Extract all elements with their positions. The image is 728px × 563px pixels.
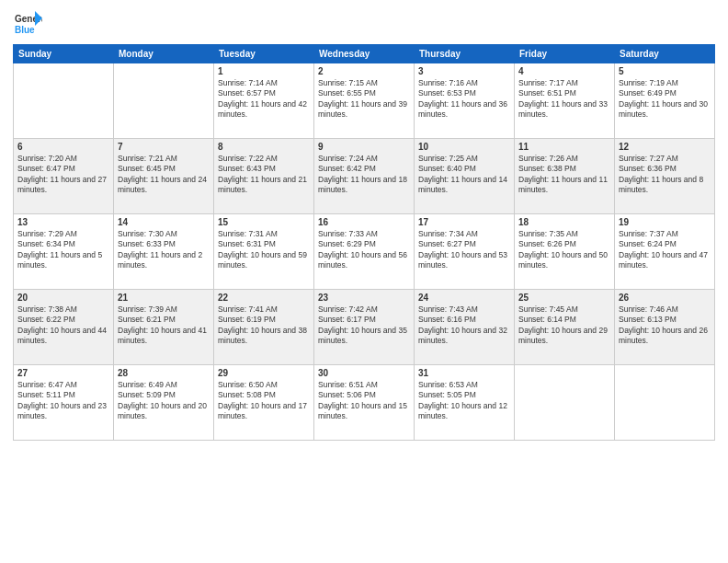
day-number: 15 xyxy=(218,217,310,227)
calendar-cell: 30Sunrise: 6:51 AM Sunset: 5:06 PM Dayli… xyxy=(314,365,415,441)
day-number: 30 xyxy=(318,368,410,378)
calendar-table: SundayMondayTuesdayWednesdayThursdayFrid… xyxy=(13,44,715,441)
day-info: Sunrise: 6:53 AM Sunset: 5:05 PM Dayligh… xyxy=(418,380,510,422)
calendar-cell xyxy=(114,63,214,139)
day-info: Sunrise: 7:29 AM Sunset: 6:34 PM Dayligh… xyxy=(17,229,109,271)
day-number: 27 xyxy=(17,368,109,378)
logo: General Blue xyxy=(13,9,42,39)
day-info: Sunrise: 7:26 AM Sunset: 6:38 PM Dayligh… xyxy=(518,154,610,196)
day-number: 12 xyxy=(619,142,711,152)
calendar-cell: 2Sunrise: 7:15 AM Sunset: 6:55 PM Daylig… xyxy=(314,63,415,139)
calendar-cell: 27Sunrise: 6:47 AM Sunset: 5:11 PM Dayli… xyxy=(14,365,114,441)
day-number: 24 xyxy=(418,293,510,303)
calendar-cell: 23Sunrise: 7:42 AM Sunset: 6:17 PM Dayli… xyxy=(314,290,415,365)
day-info: Sunrise: 7:31 AM Sunset: 6:31 PM Dayligh… xyxy=(218,229,310,271)
day-number: 21 xyxy=(118,293,210,303)
calendar-cell: 22Sunrise: 7:41 AM Sunset: 6:19 PM Dayli… xyxy=(214,290,314,365)
day-info: Sunrise: 6:51 AM Sunset: 5:06 PM Dayligh… xyxy=(318,380,410,422)
calendar-cell: 16Sunrise: 7:33 AM Sunset: 6:29 PM Dayli… xyxy=(314,214,415,290)
calendar-cell: 17Sunrise: 7:34 AM Sunset: 6:27 PM Dayli… xyxy=(415,214,515,290)
calendar-cell: 18Sunrise: 7:35 AM Sunset: 6:26 PM Dayli… xyxy=(515,214,615,290)
day-info: Sunrise: 7:16 AM Sunset: 6:53 PM Dayligh… xyxy=(418,78,510,121)
day-number: 1 xyxy=(218,66,310,76)
day-number: 6 xyxy=(17,142,109,152)
calendar-cell: 15Sunrise: 7:31 AM Sunset: 6:31 PM Dayli… xyxy=(214,214,314,290)
day-info: Sunrise: 7:42 AM Sunset: 6:17 PM Dayligh… xyxy=(318,304,410,347)
day-number: 10 xyxy=(418,142,510,152)
day-info: Sunrise: 7:41 AM Sunset: 6:19 PM Dayligh… xyxy=(218,304,310,347)
day-number: 5 xyxy=(619,66,711,76)
calendar-cell xyxy=(515,365,615,441)
weekday-header-saturday: Saturday xyxy=(615,45,715,63)
svg-text:Blue: Blue xyxy=(15,25,35,35)
calendar-cell: 29Sunrise: 6:50 AM Sunset: 5:08 PM Dayli… xyxy=(214,365,314,441)
day-info: Sunrise: 7:24 AM Sunset: 6:42 PM Dayligh… xyxy=(318,154,410,196)
day-number: 31 xyxy=(418,368,510,378)
day-info: Sunrise: 7:33 AM Sunset: 6:29 PM Dayligh… xyxy=(318,229,410,271)
calendar-cell: 14Sunrise: 7:30 AM Sunset: 6:33 PM Dayli… xyxy=(114,214,214,290)
day-info: Sunrise: 7:30 AM Sunset: 6:33 PM Dayligh… xyxy=(118,229,210,271)
day-number: 11 xyxy=(518,142,610,152)
day-number: 23 xyxy=(318,293,410,303)
day-info: Sunrise: 7:22 AM Sunset: 6:43 PM Dayligh… xyxy=(218,154,310,196)
day-info: Sunrise: 6:50 AM Sunset: 5:08 PM Dayligh… xyxy=(218,380,310,422)
day-info: Sunrise: 7:21 AM Sunset: 6:45 PM Dayligh… xyxy=(118,154,210,196)
day-info: Sunrise: 7:20 AM Sunset: 6:47 PM Dayligh… xyxy=(17,154,109,196)
day-info: Sunrise: 7:25 AM Sunset: 6:40 PM Dayligh… xyxy=(418,154,510,196)
day-number: 28 xyxy=(118,368,210,378)
day-number: 4 xyxy=(518,66,610,76)
calendar-cell xyxy=(14,63,114,139)
day-number: 22 xyxy=(218,293,310,303)
calendar-cell: 3Sunrise: 7:16 AM Sunset: 6:53 PM Daylig… xyxy=(415,63,515,139)
day-number: 17 xyxy=(418,217,510,227)
calendar-cell: 12Sunrise: 7:27 AM Sunset: 6:36 PM Dayli… xyxy=(615,139,715,214)
weekday-header-tuesday: Tuesday xyxy=(214,45,314,63)
day-info: Sunrise: 7:35 AM Sunset: 6:26 PM Dayligh… xyxy=(518,229,610,271)
weekday-header-monday: Monday xyxy=(114,45,214,63)
day-info: Sunrise: 7:37 AM Sunset: 6:24 PM Dayligh… xyxy=(619,229,711,271)
calendar-cell: 24Sunrise: 7:43 AM Sunset: 6:16 PM Dayli… xyxy=(415,290,515,365)
day-number: 3 xyxy=(418,66,510,76)
calendar-cell: 31Sunrise: 6:53 AM Sunset: 5:05 PM Dayli… xyxy=(415,365,515,441)
day-info: Sunrise: 7:43 AM Sunset: 6:16 PM Dayligh… xyxy=(418,304,510,347)
calendar-cell: 7Sunrise: 7:21 AM Sunset: 6:45 PM Daylig… xyxy=(114,139,214,214)
calendar-cell: 21Sunrise: 7:39 AM Sunset: 6:21 PM Dayli… xyxy=(114,290,214,365)
day-number: 7 xyxy=(118,142,210,152)
calendar-cell: 6Sunrise: 7:20 AM Sunset: 6:47 PM Daylig… xyxy=(14,139,114,214)
day-info: Sunrise: 7:46 AM Sunset: 6:13 PM Dayligh… xyxy=(619,304,711,347)
day-info: Sunrise: 7:19 AM Sunset: 6:49 PM Dayligh… xyxy=(619,78,711,121)
day-number: 2 xyxy=(318,66,410,76)
calendar-cell xyxy=(615,365,715,441)
calendar-cell: 28Sunrise: 6:49 AM Sunset: 5:09 PM Dayli… xyxy=(114,365,214,441)
calendar-cell: 4Sunrise: 7:17 AM Sunset: 6:51 PM Daylig… xyxy=(515,63,615,139)
day-info: Sunrise: 6:47 AM Sunset: 5:11 PM Dayligh… xyxy=(17,380,109,422)
calendar-cell: 13Sunrise: 7:29 AM Sunset: 6:34 PM Dayli… xyxy=(14,214,114,290)
day-number: 19 xyxy=(619,217,711,227)
calendar-cell: 1Sunrise: 7:14 AM Sunset: 6:57 PM Daylig… xyxy=(214,63,314,139)
calendar-cell: 11Sunrise: 7:26 AM Sunset: 6:38 PM Dayli… xyxy=(515,139,615,214)
day-number: 20 xyxy=(17,293,109,303)
weekday-header-friday: Friday xyxy=(515,45,615,63)
calendar-cell: 8Sunrise: 7:22 AM Sunset: 6:43 PM Daylig… xyxy=(214,139,314,214)
day-number: 18 xyxy=(518,217,610,227)
day-info: Sunrise: 7:45 AM Sunset: 6:14 PM Dayligh… xyxy=(518,304,610,347)
calendar-cell: 10Sunrise: 7:25 AM Sunset: 6:40 PM Dayli… xyxy=(415,139,515,214)
calendar-cell: 9Sunrise: 7:24 AM Sunset: 6:42 PM Daylig… xyxy=(314,139,415,214)
day-number: 8 xyxy=(218,142,310,152)
day-number: 29 xyxy=(218,368,310,378)
calendar-cell: 25Sunrise: 7:45 AM Sunset: 6:14 PM Dayli… xyxy=(515,290,615,365)
day-info: Sunrise: 7:39 AM Sunset: 6:21 PM Dayligh… xyxy=(118,304,210,347)
day-number: 14 xyxy=(118,217,210,227)
weekday-header-thursday: Thursday xyxy=(415,45,515,63)
calendar-cell: 20Sunrise: 7:38 AM Sunset: 6:22 PM Dayli… xyxy=(14,290,114,365)
weekday-header-wednesday: Wednesday xyxy=(314,45,415,63)
day-number: 26 xyxy=(619,293,711,303)
logo-icon: General Blue xyxy=(13,9,42,39)
calendar-cell: 19Sunrise: 7:37 AM Sunset: 6:24 PM Dayli… xyxy=(615,214,715,290)
day-info: Sunrise: 7:17 AM Sunset: 6:51 PM Dayligh… xyxy=(518,78,610,121)
day-info: Sunrise: 7:34 AM Sunset: 6:27 PM Dayligh… xyxy=(418,229,510,271)
calendar-cell: 26Sunrise: 7:46 AM Sunset: 6:13 PM Dayli… xyxy=(615,290,715,365)
day-number: 16 xyxy=(318,217,410,227)
day-info: Sunrise: 7:15 AM Sunset: 6:55 PM Dayligh… xyxy=(318,78,410,121)
day-info: Sunrise: 7:14 AM Sunset: 6:57 PM Dayligh… xyxy=(218,78,310,121)
